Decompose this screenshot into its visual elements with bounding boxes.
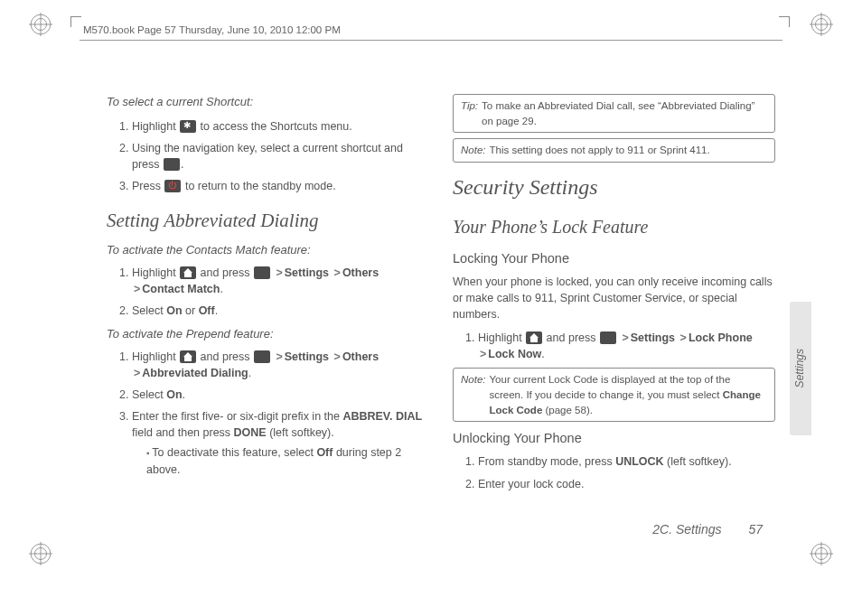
end-key-icon xyxy=(164,180,181,192)
step: Highlight and press >Settings >Others >A… xyxy=(132,349,429,381)
callout-text: To make an Abbreviated Dial call, see “A… xyxy=(482,98,767,128)
callout-label: Tip: xyxy=(461,98,478,128)
step: Press to return to the standby mode. xyxy=(132,178,429,194)
heading-locking-phone: Locking Your Phone xyxy=(453,249,775,268)
steps-contacts-match: Highlight and press >Settings >Others >C… xyxy=(107,265,429,319)
heading-lock-feature: Your Phone’s Lock Feature xyxy=(453,214,775,240)
ok-key-icon xyxy=(254,350,270,363)
step: Highlight and press >Settings >Lock Phon… xyxy=(478,330,775,362)
steps-unlock: From standby mode, press UNLOCK (left so… xyxy=(453,453,775,491)
callout-text: This setting does not apply to 911 or Sp… xyxy=(490,143,768,158)
steps-shortcut: Highlight to access the Shortcuts menu. … xyxy=(107,118,429,195)
tip-callout: Tip: To make an Abbreviated Dial call, s… xyxy=(453,94,775,133)
footer-page-number: 57 xyxy=(748,522,763,537)
step: Using the navigation key, select a curre… xyxy=(132,140,429,173)
doc-header-text: M570.book Page 57 Thursday, June 10, 201… xyxy=(83,24,341,35)
substeps: To deactivate this feature, select Off d… xyxy=(132,444,429,477)
step: Highlight and press >Settings >Others >C… xyxy=(132,265,429,297)
section-tab-label: Settings xyxy=(792,349,808,387)
reg-mark-icon xyxy=(810,13,833,36)
heading-unlocking-phone: Unlocking Your Phone xyxy=(453,429,775,448)
ok-key-icon xyxy=(600,331,616,344)
doc-header: M570.book Page 57 Thursday, June 10, 201… xyxy=(80,20,782,41)
footer-section: 2C. Settings xyxy=(652,522,721,537)
note-callout: Note: This setting does not apply to 911… xyxy=(453,138,775,163)
step: Enter the first five- or six-digit prefi… xyxy=(132,408,429,478)
step: Select On or Off. xyxy=(132,303,429,319)
left-column: To select a current Shortcut: Highlight … xyxy=(107,94,429,515)
reg-mark-icon xyxy=(29,13,52,36)
section-tab: Settings xyxy=(790,302,811,435)
step: Enter your lock code. xyxy=(478,476,775,492)
star-key-icon xyxy=(180,120,196,133)
callout-text: Your current Lock Code is displayed at t… xyxy=(490,372,768,417)
callout-label: Note: xyxy=(461,143,486,158)
steps-prepend: Highlight and press >Settings >Others >A… xyxy=(107,349,429,478)
reg-mark-icon xyxy=(29,542,52,565)
right-column: Tip: To make an Abbreviated Dial call, s… xyxy=(453,94,775,515)
note-callout: Note: Your current Lock Code is displaye… xyxy=(453,368,775,422)
para-lock-desc: When your phone is locked, you can only … xyxy=(453,274,775,322)
home-key-icon xyxy=(180,350,196,363)
step: Highlight to access the Shortcuts menu. xyxy=(132,118,429,135)
step: Select On. xyxy=(132,387,429,403)
lead-prepend: To activate the Prepend feature: xyxy=(107,326,429,343)
page-footer: 2C. Settings 57 xyxy=(652,520,763,538)
ok-key-icon xyxy=(164,158,180,171)
heading-security-settings: Security Settings xyxy=(453,172,775,203)
page-body: To select a current Shortcut: Highlight … xyxy=(107,94,775,515)
reg-mark-icon xyxy=(810,542,833,565)
home-key-icon xyxy=(180,266,196,279)
heading-abbrev-dialing: Setting Abbreviated Dialing xyxy=(107,207,429,234)
callout-label: Note: xyxy=(461,372,486,417)
substep: To deactivate this feature, select Off d… xyxy=(146,444,429,477)
home-key-icon xyxy=(526,331,542,344)
lead-contacts-match: To activate the Contacts Match feature: xyxy=(107,242,429,259)
steps-lock: Highlight and press >Settings >Lock Phon… xyxy=(453,330,775,362)
step: From standby mode, press UNLOCK (left so… xyxy=(478,453,775,470)
lead-select-shortcut: To select a current Shortcut: xyxy=(107,94,429,111)
ok-key-icon xyxy=(254,266,270,279)
